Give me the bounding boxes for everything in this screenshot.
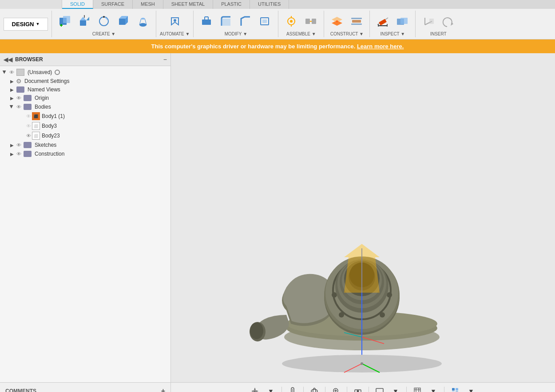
- tab-surface[interactable]: SURFACE: [93, 0, 133, 9]
- construct-label: CONSTRUCT ▼: [330, 31, 364, 36]
- svg-marker-75: [254, 388, 256, 390]
- tab-sheet-metal[interactable]: SHEET METAL: [163, 0, 213, 9]
- tab-utilities[interactable]: UTILITIES: [250, 0, 289, 9]
- shell-icon[interactable]: [256, 12, 274, 31]
- svg-rect-33: [352, 20, 361, 23]
- design-button[interactable]: DESIGN ▼: [4, 18, 48, 31]
- doc-settings-expand[interactable]: ▶: [9, 78, 15, 84]
- double-arrow-left-icon: ◀◀: [4, 56, 12, 63]
- automate-icon[interactable]: [166, 12, 184, 31]
- tree-body23[interactable]: 👁 ⬜ Body23: [0, 131, 170, 141]
- display-settings-control[interactable]: [373, 385, 386, 392]
- interference-svg: [395, 14, 409, 28]
- tree-document-settings[interactable]: ▶ ⚙ Document Settings: [0, 77, 170, 86]
- tree-named-views[interactable]: ▶ Named Views: [0, 86, 170, 94]
- svg-rect-97: [414, 388, 420, 392]
- tree-body1[interactable]: 👁 ⬛ Body1 (1): [0, 111, 170, 121]
- revolve-icon[interactable]: [95, 12, 113, 31]
- rigid-group-svg: [304, 14, 318, 28]
- vc-sep-7: [444, 387, 444, 392]
- root-expand-arrow[interactable]: ▶: [2, 69, 8, 75]
- visual-style-dropdown[interactable]: ▼: [465, 385, 477, 392]
- named-views-label: Named Views: [26, 86, 60, 93]
- construction-eye-icon[interactable]: 👁: [15, 150, 22, 157]
- browser-collapse-button[interactable]: −: [163, 56, 167, 63]
- origin-expand[interactable]: ▶: [9, 95, 15, 101]
- bodies-eye-icon[interactable]: 👁: [15, 103, 22, 110]
- tree-bodies[interactable]: ▶ 👁 Bodies: [0, 102, 170, 111]
- joint-icon[interactable]: [282, 12, 301, 31]
- box-icon[interactable]: [114, 12, 133, 31]
- toolbar-separator-6: [369, 11, 370, 37]
- toolbar: SOLID SURFACE MESH SHEET METAL PLASTIC U…: [0, 0, 555, 39]
- origin-eye-icon[interactable]: 👁: [15, 94, 22, 102]
- undo-icon[interactable]: [439, 12, 457, 31]
- svg-point-22: [290, 20, 293, 23]
- tab-mesh[interactable]: MESH: [133, 0, 163, 9]
- loft-icon[interactable]: [134, 12, 152, 31]
- tree-construction[interactable]: ▶ 👁 Construction: [0, 149, 170, 158]
- visual-style-control[interactable]: [449, 385, 461, 392]
- tab-plastic[interactable]: PLASTIC: [213, 0, 250, 9]
- modify-icons: [197, 12, 274, 31]
- construct-label-text: CONSTRUCT: [330, 31, 358, 36]
- midplane-icon[interactable]: [347, 12, 366, 31]
- document-settings-label: Document Settings: [23, 78, 69, 84]
- design-label: DESIGN: [12, 21, 34, 27]
- zoom-fit-control[interactable]: [330, 385, 342, 392]
- pan-control[interactable]: [286, 385, 299, 392]
- fillet-icon[interactable]: [217, 12, 235, 31]
- origin-label: Origin: [33, 95, 49, 101]
- grid-dropdown[interactable]: ▼: [427, 385, 440, 392]
- sketches-eye-icon[interactable]: 👁: [15, 141, 22, 149]
- body3-eye-icon[interactable]: 👁: [25, 122, 32, 129]
- grid-control[interactable]: [411, 385, 424, 392]
- svg-marker-5: [80, 17, 86, 20]
- press-pull-icon[interactable]: [197, 12, 216, 31]
- tree-sketches[interactable]: ▶ 👁 Sketches: [0, 141, 170, 149]
- tab-solid[interactable]: SOLID: [62, 0, 93, 9]
- named-views-expand[interactable]: ▶: [9, 86, 15, 93]
- interference-icon[interactable]: [393, 12, 412, 31]
- tree-body3[interactable]: 👁 ⬜ Body3: [0, 121, 170, 131]
- toolbar-separator-7: [415, 11, 416, 37]
- construction-expand[interactable]: ▶: [9, 151, 15, 157]
- new-component-svg: [58, 14, 72, 28]
- body23-eye-icon[interactable]: 👁: [25, 132, 32, 139]
- construction-folder-icon: [24, 151, 32, 157]
- toolbar-group-insert: INSERT: [419, 12, 457, 36]
- body1-body-icon: ⬛: [32, 112, 40, 120]
- root-eye-icon[interactable]: 👁: [8, 69, 15, 76]
- offset-plane-icon[interactable]: [328, 12, 346, 31]
- display-settings-dropdown[interactable]: ▼: [389, 385, 402, 392]
- sketches-expand[interactable]: ▶: [9, 142, 15, 148]
- new-component-icon[interactable]: [56, 12, 74, 31]
- browser-tree: ▶ 👁 (Unsaved) ▶ ⚙ Document Settings ▶ Na…: [0, 66, 170, 382]
- notification-link[interactable]: Learn more here.: [357, 43, 404, 50]
- svg-point-72: [361, 362, 363, 365]
- create-label: CREATE ▼: [92, 31, 116, 36]
- tree-origin[interactable]: ▶ 👁 Origin: [0, 94, 170, 102]
- toolbar-separator-4: [278, 11, 278, 37]
- chamfer-icon[interactable]: [236, 12, 255, 31]
- tree-root[interactable]: ▶ 👁 (Unsaved): [0, 68, 170, 77]
- bottom-bar: COMMENTS + ▼: [0, 382, 555, 392]
- add-comment-button[interactable]: +: [161, 387, 165, 392]
- navigate-control[interactable]: [249, 385, 261, 392]
- body1-eye-icon[interactable]: 👁: [25, 113, 32, 120]
- measure-icon[interactable]: [373, 12, 392, 31]
- look-at-control[interactable]: [352, 385, 364, 392]
- inspect-dropdown-icon: ▼: [400, 31, 405, 36]
- loft-svg: [136, 14, 150, 28]
- navigate-dropdown[interactable]: ▼: [265, 385, 277, 392]
- orbit-control[interactable]: [308, 385, 321, 392]
- box-svg: [116, 14, 131, 28]
- orbit-icon: [310, 387, 319, 392]
- extrude-icon[interactable]: [75, 12, 94, 31]
- automate-label-text: AUTOMATE: [160, 31, 184, 36]
- bodies-expand[interactable]: ▶: [9, 104, 15, 110]
- rigid-group-icon[interactable]: [301, 12, 320, 31]
- press-pull-svg: [199, 14, 214, 28]
- viewport[interactable]: [171, 53, 555, 382]
- insert-icon[interactable]: [419, 12, 438, 31]
